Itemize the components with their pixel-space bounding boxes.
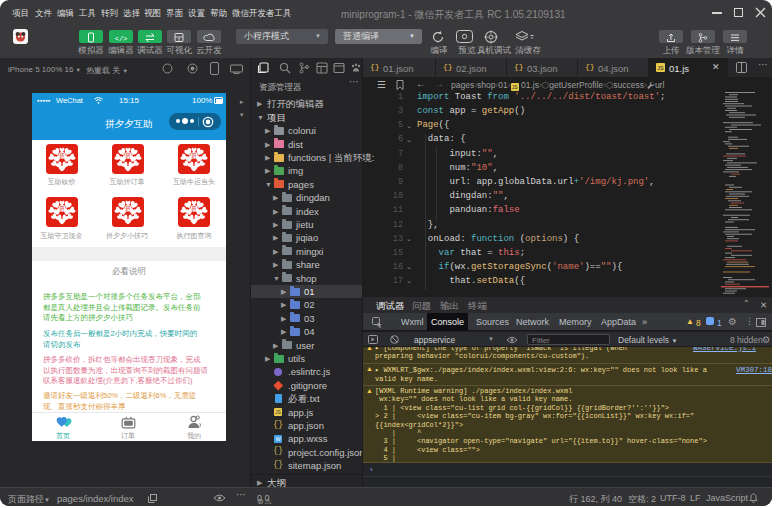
svg-text:</>: </> — [115, 35, 128, 43]
